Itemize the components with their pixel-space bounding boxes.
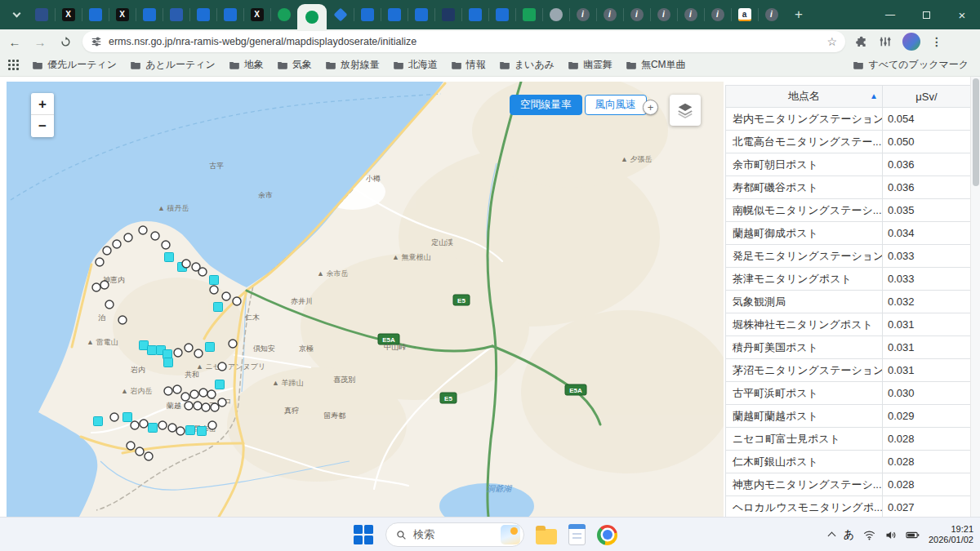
monitoring-station-marker-circle[interactable]: [158, 421, 167, 429]
forward-button[interactable]: →: [29, 31, 51, 52]
scrollbar[interactable]: [970, 77, 980, 517]
close-button[interactable]: ×: [944, 0, 980, 29]
browser-tab[interactable]: [216, 0, 243, 29]
monitoring-station-marker-circle[interactable]: [92, 283, 100, 291]
table-row[interactable]: 北電高台モニタリングステー...0.050: [726, 131, 971, 153]
browser-tab[interactable]: [488, 0, 515, 29]
monitoring-station-marker-circle[interactable]: [190, 390, 198, 398]
monitoring-station-marker-circle[interactable]: [174, 349, 182, 357]
monitoring-station-marker-square[interactable]: [198, 427, 207, 436]
monitoring-station-marker-circle[interactable]: [233, 297, 241, 305]
file-explorer-button[interactable]: [536, 529, 557, 544]
chrome-taskbar-button[interactable]: [597, 525, 617, 545]
bookmark-folder[interactable]: 無CM単曲: [626, 58, 686, 72]
table-row[interactable]: 岩内モニタリングステーション0.054: [726, 108, 971, 131]
monitoring-station-marker-square[interactable]: [148, 346, 157, 355]
bookmark-folder[interactable]: あとルーティン: [130, 58, 216, 72]
monitoring-station-marker-circle[interactable]: [182, 260, 190, 268]
monitoring-station-marker-square[interactable]: [216, 380, 225, 389]
browser-tab[interactable]: [28, 0, 55, 29]
table-row[interactable]: 積丹町美国ポスト0.031: [726, 336, 971, 359]
taskbar-clock[interactable]: 19:21 2026/01/02: [929, 524, 973, 545]
monitoring-station-marker-circle[interactable]: [199, 389, 207, 397]
browser-tab[interactable]: [515, 0, 542, 29]
monitoring-station-marker-square[interactable]: [186, 426, 195, 435]
monitoring-station-marker-circle[interactable]: [202, 403, 210, 411]
ime-indicator[interactable]: あ: [844, 527, 854, 542]
table-row[interactable]: 蘭越町蘭越ポスト0.029: [726, 405, 971, 428]
tray-chevron-icon[interactable]: [827, 532, 835, 540]
browser-tab[interactable]: i: [758, 0, 785, 29]
monitoring-station-marker-circle[interactable]: [145, 452, 153, 460]
browser-tab[interactable]: i: [650, 0, 677, 29]
bookmark-folder[interactable]: まいあみ: [499, 58, 555, 72]
browser-tab[interactable]: [163, 0, 189, 29]
table-row[interactable]: 古平町浜町ポスト0.030: [726, 382, 971, 405]
bookmark-folder[interactable]: 気象: [277, 58, 312, 72]
chrome-menu-button[interactable]: ⋮: [931, 35, 942, 48]
browser-tab-active[interactable]: [297, 4, 327, 29]
monitoring-station-marker-circle[interactable]: [105, 300, 114, 309]
bookmark-folder[interactable]: 北海道: [393, 58, 438, 72]
table-row[interactable]: 堀株神社モニタリングポスト0.031: [726, 313, 971, 336]
monitoring-station-marker-circle[interactable]: [229, 340, 237, 348]
table-row[interactable]: ヘロカルウスモニタリングポ...0.027: [726, 496, 971, 518]
monitoring-station-marker-square[interactable]: [214, 303, 223, 312]
monitoring-station-marker-circle[interactable]: [151, 232, 159, 240]
monitoring-station-marker-square[interactable]: [206, 343, 215, 352]
monitoring-station-marker-square[interactable]: [149, 424, 158, 433]
monitoring-station-marker-circle[interactable]: [207, 390, 216, 398]
monitoring-station-marker-square[interactable]: [164, 358, 173, 367]
table-row[interactable]: 寿都町磯谷ポスト0.036: [726, 176, 971, 199]
monitoring-station-marker-circle[interactable]: [113, 240, 121, 248]
monitoring-station-marker-circle[interactable]: [181, 393, 189, 401]
browser-tab[interactable]: i: [623, 0, 650, 29]
apps-grid-icon[interactable]: [8, 60, 19, 70]
monitoring-station-marker-circle[interactable]: [127, 442, 135, 450]
minimize-button[interactable]: —: [872, 0, 908, 29]
table-row[interactable]: 仁木町銀山ポスト0.028: [726, 451, 971, 473]
table-row[interactable]: 茅沼モニタリングステーション0.031: [726, 359, 971, 382]
bookmark-star-icon[interactable]: ☆: [826, 35, 837, 48]
monitoring-station-marker-circle[interactable]: [194, 349, 203, 358]
bookmark-folder[interactable]: 地象: [229, 58, 264, 72]
new-tab-button[interactable]: +: [788, 4, 809, 25]
browser-tab[interactable]: i: [677, 0, 704, 29]
monitoring-station-marker-circle[interactable]: [218, 398, 226, 407]
monitoring-station-marker-circle[interactable]: [198, 268, 207, 276]
browser-tab[interactable]: X: [55, 0, 82, 29]
bookmark-folder[interactable]: 情報: [451, 58, 486, 72]
table-row[interactable]: 神恵内モニタリングステーシ...0.028: [726, 473, 971, 496]
browser-tab[interactable]: [189, 0, 216, 29]
monitoring-station-marker-circle[interactable]: [208, 421, 216, 429]
monitoring-station-marker-circle[interactable]: [110, 413, 118, 421]
bookmark-folder[interactable]: 優先ルーティン: [32, 58, 117, 72]
browser-tab[interactable]: a: [731, 0, 758, 29]
battery-icon[interactable]: [906, 529, 920, 541]
browser-tab[interactable]: X: [109, 0, 136, 29]
browser-tab[interactable]: [327, 0, 354, 29]
browser-tab[interactable]: [381, 0, 408, 29]
monitoring-station-marker-square[interactable]: [210, 276, 219, 285]
monitoring-station-marker-square[interactable]: [140, 341, 149, 350]
profile-avatar[interactable]: [902, 33, 920, 51]
monitoring-station-marker-circle[interactable]: [168, 424, 176, 432]
start-button[interactable]: [353, 524, 374, 545]
back-button[interactable]: ←: [4, 31, 25, 52]
browser-tab[interactable]: X: [243, 0, 270, 29]
browser-tab[interactable]: i: [569, 0, 596, 29]
zoom-out-button[interactable]: −: [31, 115, 54, 137]
monitoring-station-marker-circle[interactable]: [96, 258, 104, 266]
monitoring-station-marker-circle[interactable]: [176, 427, 185, 435]
monitoring-station-marker-circle[interactable]: [210, 286, 218, 294]
network-icon[interactable]: [863, 529, 875, 541]
browser-tab[interactable]: [542, 0, 569, 29]
table-row[interactable]: ニセコ町富士見ポスト0.028: [726, 428, 971, 451]
monitoring-station-marker-square[interactable]: [123, 413, 132, 422]
monitoring-station-marker-square[interactable]: [94, 417, 103, 426]
browser-tab[interactable]: [354, 0, 381, 29]
browser-tab[interactable]: [408, 0, 434, 29]
monitoring-station-marker-circle[interactable]: [103, 247, 111, 255]
monitoring-station-marker-circle[interactable]: [124, 233, 132, 242]
monitoring-station-marker-circle[interactable]: [118, 316, 127, 324]
